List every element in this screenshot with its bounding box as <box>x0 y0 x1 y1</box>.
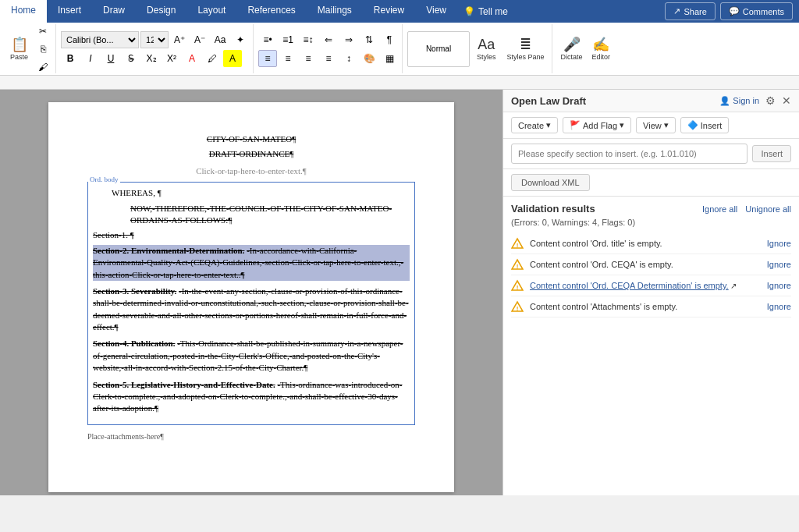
bold-button[interactable]: B <box>61 50 80 67</box>
create-button[interactable]: Create ▾ <box>511 117 558 133</box>
validation-actions: Ignore all Unignore all <box>702 204 791 214</box>
numbering-button[interactable]: ≡1 <box>279 31 297 48</box>
section5-title: Section-5. Legislative-History-and-Effec… <box>93 380 275 389</box>
close-button[interactable]: ✕ <box>782 94 791 107</box>
ribbon-tabs: Home Insert Draw Design Layout Reference… <box>0 0 514 23</box>
sign-in-link[interactable]: 👤 Sign in <box>719 96 759 106</box>
ignore-all-button[interactable]: Ignore all <box>702 204 737 214</box>
styles-group: Normal Aa Styles ≣ Styles Pane <box>404 24 552 73</box>
add-flag-button[interactable]: 🚩 Add Flag ▾ <box>563 117 631 133</box>
svg-text:!: ! <box>517 305 519 312</box>
shading-button[interactable]: 🎨 <box>360 50 378 67</box>
align-right-button[interactable]: ≡ <box>299 50 318 67</box>
multilevel-list-button[interactable]: ≡↕ <box>299 31 318 48</box>
dictate-button[interactable]: 🎤 Dictate <box>557 35 587 63</box>
line-spacing-button[interactable]: ↕ <box>339 50 358 67</box>
copy-button[interactable]: ⎘ <box>34 41 52 58</box>
editor-button[interactable]: ✍ Editor <box>588 35 615 63</box>
decrease-indent-button[interactable]: ⇐ <box>319 31 338 48</box>
tell-me-area[interactable]: 💡 Tell me <box>457 0 514 23</box>
cut-button[interactable]: ✂ <box>34 23 52 40</box>
section5-block: Section-5. Legislative-History-and-Effec… <box>93 379 410 415</box>
increase-indent-button[interactable]: ⇒ <box>339 31 358 48</box>
subscript-button[interactable]: X₂ <box>142 50 161 67</box>
insert-input[interactable] <box>511 144 748 164</box>
italic-button[interactable]: I <box>81 50 100 67</box>
text-highlight-button[interactable]: A <box>223 50 242 67</box>
flag-icon: 🚩 <box>570 120 581 130</box>
font-size-select[interactable]: 12 <box>140 31 169 48</box>
validation-header: Validation results Ignore all Unignore a… <box>511 203 791 215</box>
align-left-button[interactable]: ≡ <box>258 50 277 67</box>
share-button[interactable]: ↗ Share <box>665 2 715 20</box>
warning-icon: ! <box>511 300 524 313</box>
document-area[interactable]: CITY-OF-SAN-MATEO¶ DRAFT-ORDINANCE¶ Clic… <box>0 90 502 495</box>
comments-label: Comments <box>743 7 784 16</box>
tab-references[interactable]: References <box>236 0 306 23</box>
tab-review[interactable]: Review <box>363 0 415 23</box>
view-label: View <box>643 121 662 130</box>
sort-button[interactable]: ⇅ <box>360 31 378 48</box>
validation-item: ! Content control 'Ord. CEQA Determinati… <box>511 275 791 296</box>
ignore-button[interactable]: Ignore <box>767 281 791 290</box>
insert-toolbar-button[interactable]: 🔷 Insert <box>680 117 730 133</box>
download-xml-button[interactable]: Download XML <box>511 174 590 191</box>
flag-chevron-icon: ▾ <box>620 120 624 130</box>
validation-section: Validation results Ignore all Unignore a… <box>503 197 799 495</box>
validation-item: ! Content control 'Attachments' is empty… <box>511 296 791 317</box>
tab-view[interactable]: View <box>415 0 457 23</box>
styles-button[interactable]: Aa Styles <box>473 35 500 63</box>
attachments-placeholder[interactable]: Place-attachments-here¶ <box>87 431 415 442</box>
validation-link[interactable]: Content control 'Ord. CEQA Determination… <box>530 281 729 290</box>
align-center-button[interactable]: ≡ <box>279 50 297 67</box>
styles-gallery[interactable]: Normal <box>407 31 470 67</box>
document-page: CITY-OF-SAN-MATEO¶ DRAFT-ORDINANCE¶ Clic… <box>48 102 454 492</box>
section2-title: Section-2. Environmental-Determination. <box>93 246 244 255</box>
view-button[interactable]: View ▾ <box>636 117 676 133</box>
superscript-button[interactable]: X² <box>162 50 181 67</box>
tell-me-label: Tell me <box>478 6 508 17</box>
tab-insert[interactable]: Insert <box>47 0 92 23</box>
side-insert-area: Insert <box>503 139 799 169</box>
paste-button[interactable]: 📋 Paste <box>6 35 32 63</box>
font-name-select[interactable]: Calibri (Bo... <box>61 31 139 48</box>
validation-item: ! Content control 'Ord. title' is empty.… <box>511 233 791 254</box>
side-panel-title: Open Law Draft <box>511 95 586 107</box>
doc-click-placeholder[interactable]: Click-or-tap-here-to-enter-text.¶ <box>87 165 415 177</box>
ignore-button[interactable]: Ignore <box>767 260 791 269</box>
ignore-button[interactable]: Ignore <box>767 302 791 311</box>
paste-label: Paste <box>10 53 28 61</box>
comment-icon: 💬 <box>729 6 740 16</box>
svg-text:!: ! <box>517 242 519 249</box>
section4-title: Section-4. Publication. <box>93 339 175 348</box>
bullets-button[interactable]: ≡• <box>258 31 277 48</box>
editor-icon: ✍ <box>592 37 609 51</box>
comments-button[interactable]: 💬 Comments <box>720 2 793 20</box>
justify-button[interactable]: ≡ <box>319 50 338 67</box>
change-case-button[interactable]: Aa <box>211 31 229 48</box>
unignore-all-button[interactable]: Unignore all <box>745 204 791 214</box>
insert-toolbar-label: Insert <box>701 121 723 130</box>
borders-button[interactable]: ▦ <box>380 50 399 67</box>
ignore-button[interactable]: Ignore <box>767 239 791 248</box>
tab-layout[interactable]: Layout <box>186 0 236 23</box>
side-panel: Open Law Draft 👤 Sign in ⚙ ✕ Create ▾ 🚩 … <box>502 90 799 495</box>
decrease-font-button[interactable]: A⁻ <box>190 31 209 48</box>
show-formatting-button[interactable]: ¶ <box>380 31 399 48</box>
format-painter-button[interactable]: 🖌 <box>34 59 52 76</box>
clear-formatting-button[interactable]: ✦ <box>231 31 250 48</box>
tab-mailings[interactable]: Mailings <box>307 0 363 23</box>
styles-pane-button[interactable]: ≣ Styles Pane <box>503 35 549 63</box>
highlight-color-button[interactable]: 🖊 <box>203 50 222 67</box>
increase-font-button[interactable]: A⁺ <box>170 31 189 48</box>
settings-icon[interactable]: ⚙ <box>765 94 776 107</box>
download-area: Download XML <box>503 169 799 197</box>
font-color-button[interactable]: A <box>183 50 201 67</box>
strikethrough-button[interactable]: S̶ <box>122 50 140 67</box>
insert-button[interactable]: Insert <box>752 145 791 162</box>
tab-draw[interactable]: Draw <box>92 0 136 23</box>
warning-icon: ! <box>511 237 524 250</box>
underline-button[interactable]: U <box>101 50 120 67</box>
tab-design[interactable]: Design <box>136 0 186 23</box>
tab-home[interactable]: Home <box>0 0 47 23</box>
